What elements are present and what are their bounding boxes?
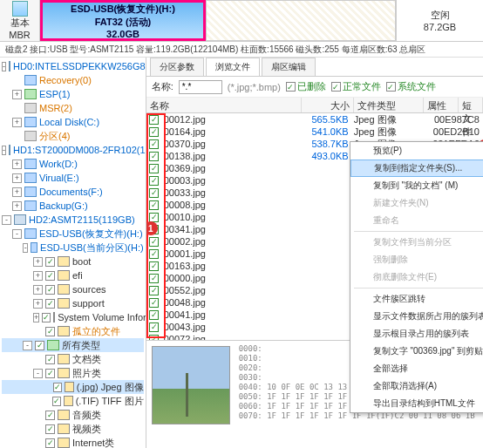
menu-item[interactable]: 全部取消选择(A)	[350, 377, 483, 395]
chk-normal[interactable]: 正常文件	[331, 80, 381, 93]
tree-item[interactable]: 孤立的文件	[2, 324, 144, 338]
tab-browse[interactable]: 浏览文件	[206, 58, 260, 76]
expand-icon[interactable]: -	[23, 341, 32, 350]
file-row[interactable]: 00164.jpg541.0KBJpeg 图像00ED2B10	[146, 126, 483, 138]
col-short[interactable]: 短文件名	[459, 98, 483, 112]
tab-sector[interactable]: 扇区编辑	[262, 58, 316, 76]
menu-item[interactable]: 复制到 "我的文档" (M)	[350, 177, 483, 194]
expand-icon[interactable]: +	[12, 160, 22, 169]
checkbox-icon[interactable]	[45, 355, 55, 364]
expand-icon[interactable]: +	[33, 257, 43, 267]
tree-item[interactable]: +System Volume Inform	[2, 310, 144, 324]
menu-item[interactable]: 预览(P)	[350, 142, 483, 160]
checkbox-icon[interactable]	[35, 341, 44, 350]
file-name: 00043.jpg	[162, 322, 302, 332]
menu-item[interactable]: 显示根目录占用的簇列表	[350, 325, 483, 343]
free-size: 87.2GB	[424, 22, 456, 32]
tree-label: 文档类	[72, 353, 101, 366]
expand-icon[interactable]: +	[12, 90, 22, 99]
tree-item[interactable]: -ESD-USB(当前分区)(H:)	[2, 241, 144, 255]
folder-icon	[24, 131, 37, 141]
pattern-input[interactable]	[179, 80, 222, 94]
tree-label: MSR(2)	[39, 103, 72, 113]
menu-item[interactable]: 复制到指定文件夹(S)...▸	[350, 160, 483, 177]
expand-icon[interactable]: +	[12, 118, 22, 127]
menu-item[interactable]: 显示文件数据所占用的簇列表	[350, 308, 483, 325]
tree-item[interactable]: +boot	[2, 255, 144, 268]
tree-item[interactable]: +support	[2, 296, 144, 310]
expand-icon[interactable]: -	[2, 62, 6, 71]
tree-item[interactable]: MSR(2)	[2, 101, 144, 115]
tree-item[interactable]: +Documents(F:)	[2, 185, 144, 199]
col-attr[interactable]: 属性	[424, 98, 459, 112]
expand-icon[interactable]: +	[12, 187, 22, 197]
tree-label: support	[72, 298, 105, 309]
partition-esd[interactable]: ESD-USB(恢复文件)(H:) FAT32 (活动) 32.0GB	[40, 0, 206, 41]
tab-partition[interactable]: 分区参数	[150, 58, 204, 76]
checkbox-icon[interactable]	[45, 369, 55, 378]
tree-item[interactable]: 视频类	[2, 422, 144, 436]
tree-item[interactable]: +Backup(G:)	[2, 199, 144, 213]
tree-item[interactable]: -ESD-USB(恢复文件)(H:)	[2, 227, 144, 241]
tree-item[interactable]: +sources	[2, 282, 144, 296]
tree-item[interactable]: +Virual(E:)	[2, 171, 144, 185]
tree-item[interactable]: -HD0:INTELSSDPEKKW256G8(238G	[2, 59, 144, 73]
tree-item[interactable]: (.jpg) Jpeg 图像	[2, 380, 144, 394]
checkbox-icon[interactable]	[45, 257, 55, 267]
col-type[interactable]: 文件类型	[354, 98, 424, 112]
expand-icon[interactable]: -	[2, 215, 11, 225]
checkbox-icon[interactable]	[53, 383, 62, 392]
expand-icon[interactable]: -	[33, 369, 43, 378]
folder-icon	[58, 438, 70, 448]
tree-item[interactable]: 文档类	[2, 352, 144, 366]
file-row[interactable]: 00012.jpg565.5KBJpeg 图像00E987C8	[146, 113, 483, 126]
checkbox-icon[interactable]	[42, 313, 51, 322]
tree-item[interactable]: (.TIF) TIFF 图片	[2, 394, 144, 408]
expand-icon[interactable]: +	[33, 285, 43, 295]
menu-item[interactable]: 导出目录结构到HTML文件	[350, 395, 483, 412]
menu-item: 彻底删除文件(E)	[350, 268, 483, 286]
tree-item[interactable]: -HD2:ASMT2115(119GB)	[2, 213, 144, 227]
tree-item[interactable]: Recovery(0)	[2, 73, 144, 87]
checkbox-icon[interactable]	[45, 438, 55, 448]
expand-icon[interactable]: -	[23, 243, 28, 253]
checkbox-icon[interactable]	[45, 424, 55, 434]
basic-label: 基本	[10, 17, 30, 30]
esd-title: ESD-USB(恢复文件)(H:)	[71, 3, 175, 16]
thumbnail[interactable]	[152, 346, 230, 424]
menu-item[interactable]: 复制文字 "00369.jpg" 到剪贴板(C)	[350, 343, 483, 360]
checkbox-icon[interactable]	[45, 327, 55, 336]
checkbox-icon[interactable]	[45, 299, 55, 309]
checkbox-icon[interactable]	[45, 271, 55, 281]
tree-item[interactable]: +Local Disk(C:)	[2, 115, 144, 129]
chk-system[interactable]: 系统文件	[386, 80, 436, 93]
menu-item[interactable]: 全部选择	[350, 360, 483, 377]
tree-item[interactable]: +Work(D:)	[2, 157, 144, 171]
checkbox-icon[interactable]	[45, 285, 55, 295]
expand-icon[interactable]: +	[33, 271, 43, 281]
col-size[interactable]: 大小	[302, 98, 354, 112]
tree-panel[interactable]: -HD0:INTELSSDPEKKW256G8(238GRecovery(0)+…	[0, 58, 146, 448]
partition-diag[interactable]	[206, 0, 396, 41]
expand-icon[interactable]: +	[33, 299, 43, 309]
tree-item[interactable]: +efi	[2, 268, 144, 282]
tree-item[interactable]: +ESP(1)	[2, 87, 144, 101]
menu-item[interactable]: 文件簇区跳转	[350, 290, 483, 308]
checkbox-icon[interactable]	[52, 397, 61, 406]
folder-icon	[24, 173, 37, 183]
tree-item[interactable]: -HD1:ST2000DM008-2FR102(1863G	[2, 143, 144, 157]
expand-icon[interactable]: +	[12, 201, 22, 211]
tree-item[interactable]: -所有类型	[2, 338, 144, 352]
expand-icon[interactable]: -	[2, 146, 6, 155]
expand-icon[interactable]: +	[33, 313, 39, 322]
tree-item[interactable]: Internet类	[2, 436, 144, 448]
chk-deleted[interactable]: 已删除	[286, 80, 326, 93]
expand-icon[interactable]: +	[12, 173, 22, 183]
checkbox-icon[interactable]	[45, 411, 55, 420]
expand-icon[interactable]: -	[12, 229, 22, 239]
tree-item[interactable]: 分区(4)	[2, 129, 144, 143]
tree-item[interactable]: 音频类	[2, 408, 144, 422]
partition-free[interactable]: 空闲 87.2GB	[396, 0, 483, 41]
col-name[interactable]: 名称	[146, 98, 302, 112]
tree-item[interactable]: -照片类	[2, 366, 144, 380]
